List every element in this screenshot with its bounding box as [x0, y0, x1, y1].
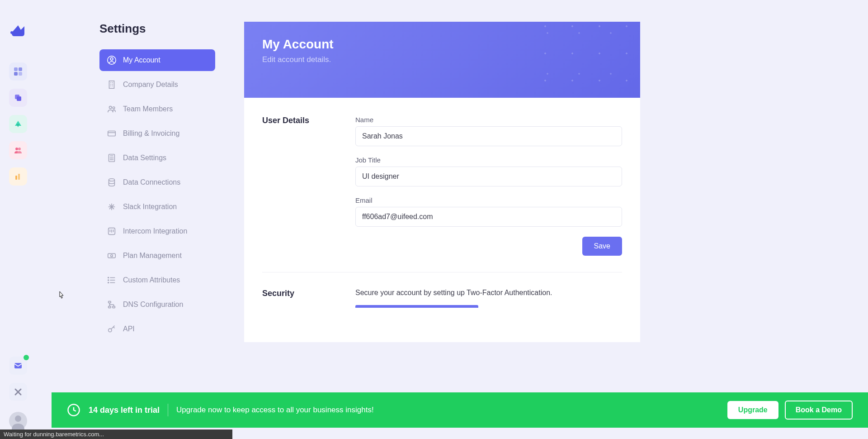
upgrade-button[interactable]: Upgrade — [727, 401, 778, 419]
svg-rect-15 — [109, 81, 114, 89]
sidebar-item-custom-attributes[interactable]: Custom Attributes — [99, 269, 215, 291]
sidebar-item-data-connections[interactable]: Data Connections — [99, 172, 215, 193]
svg-point-32 — [112, 159, 112, 160]
security-description: Secure your account by setting up Two-Fa… — [355, 289, 622, 297]
svg-point-53 — [108, 329, 112, 332]
main-content: My Account Edit account details. User De… — [244, 22, 640, 342]
svg-rect-10 — [18, 174, 20, 180]
sidebar-item-label: DNS Configuration — [123, 301, 183, 309]
sidebar-item-label: API — [123, 325, 135, 333]
svg-rect-1 — [14, 67, 18, 71]
nav-dashboard-icon[interactable] — [9, 62, 27, 81]
nav-people-icon[interactable] — [9, 141, 27, 159]
svg-point-31 — [110, 159, 111, 160]
calculator-icon — [107, 153, 117, 163]
trial-upgrade-text: Upgrade now to keep access to all your b… — [176, 406, 374, 415]
sidebar-item-label: Intercom Integration — [123, 227, 187, 235]
trial-banner: 14 days left in trial Upgrade now to kee… — [52, 392, 868, 428]
svg-point-30 — [113, 158, 113, 158]
user-details-heading: User Details — [262, 116, 355, 256]
sidebar-item-slack[interactable]: Slack Integration — [99, 196, 215, 218]
svg-point-23 — [113, 107, 115, 109]
list-icon — [107, 275, 117, 285]
card-icon — [107, 129, 117, 138]
sidebar-item-label: Plan Management — [123, 252, 182, 260]
user-circle-icon — [107, 55, 117, 65]
sidebar-item-plan-management[interactable]: Plan Management — [99, 245, 215, 267]
svg-rect-24 — [108, 131, 116, 136]
two-factor-button-partial[interactable] — [355, 305, 478, 308]
slack-icon — [107, 202, 117, 212]
svg-point-8 — [18, 148, 21, 150]
settings-sidebar: Settings My Account Company Details Team… — [36, 0, 244, 343]
nav-analytics-icon[interactable] — [9, 115, 27, 133]
svg-point-12 — [15, 415, 21, 422]
svg-rect-2 — [19, 67, 22, 71]
money-icon — [107, 251, 117, 261]
svg-point-33 — [113, 159, 113, 160]
intercom-icon — [107, 226, 117, 236]
svg-point-28 — [110, 158, 111, 158]
key-icon — [107, 324, 117, 334]
svg-point-22 — [109, 106, 112, 109]
page-title: My Account — [262, 37, 622, 52]
settings-title: Settings — [99, 22, 215, 36]
sidebar-item-label: Billing & Invoicing — [123, 129, 179, 138]
sidebar-item-team-members[interactable]: Team Members — [99, 98, 215, 120]
sidebar-item-my-account[interactable]: My Account — [99, 49, 215, 71]
svg-rect-47 — [108, 301, 111, 303]
svg-point-44 — [108, 277, 109, 278]
book-demo-button[interactable]: Book a Demo — [785, 401, 853, 420]
svg-rect-3 — [14, 72, 18, 76]
svg-rect-49 — [113, 306, 115, 308]
page-subtitle: Edit account details. — [262, 55, 622, 64]
email-input[interactable] — [355, 207, 622, 227]
building-icon — [107, 80, 117, 90]
svg-point-29 — [112, 158, 112, 158]
trial-days-text: 14 days left in trial — [89, 406, 160, 415]
sidebar-item-label: My Account — [123, 56, 160, 64]
sidebar-item-company-details[interactable]: Company Details — [99, 74, 215, 95]
clock-icon — [67, 403, 80, 417]
dns-icon — [107, 300, 117, 310]
svg-rect-9 — [15, 176, 17, 180]
nav-inbox-icon[interactable] — [9, 357, 27, 375]
name-input[interactable] — [355, 126, 622, 146]
svg-point-40 — [111, 255, 113, 257]
svg-point-14 — [110, 57, 113, 60]
sidebar-item-billing[interactable]: Billing & Invoicing — [99, 123, 215, 144]
user-avatar[interactable] — [9, 412, 27, 430]
sidebar-item-label: Company Details — [123, 81, 178, 89]
svg-point-45 — [108, 280, 109, 281]
svg-point-46 — [108, 282, 109, 283]
main-header: My Account Edit account details. — [244, 22, 640, 98]
sidebar-item-label: Custom Attributes — [123, 276, 180, 284]
svg-rect-6 — [17, 96, 21, 101]
sidebar-item-data-settings[interactable]: Data Settings — [99, 147, 215, 169]
nav-close-icon[interactable] — [9, 383, 27, 401]
svg-rect-4 — [19, 72, 22, 76]
svg-rect-11 — [14, 363, 22, 368]
sidebar-item-intercom[interactable]: Intercom Integration — [99, 220, 215, 242]
notification-badge — [24, 355, 29, 360]
nav-layers-icon[interactable] — [9, 89, 27, 107]
icon-rail — [0, 0, 36, 439]
svg-point-0 — [10, 31, 13, 34]
database-icon — [107, 177, 117, 187]
job-title-input[interactable] — [355, 167, 622, 186]
svg-rect-48 — [108, 306, 111, 308]
logo-icon[interactable] — [8, 20, 28, 40]
svg-rect-39 — [108, 253, 116, 258]
security-heading: Security — [262, 289, 355, 308]
nav-reports-icon[interactable] — [9, 167, 27, 186]
name-label: Name — [355, 116, 622, 124]
svg-point-7 — [15, 148, 18, 150]
divider — [168, 404, 168, 416]
browser-status-bar: Waiting for dunning.baremetrics.com... — [0, 429, 232, 439]
sidebar-item-label: Data Settings — [123, 154, 166, 162]
svg-point-34 — [109, 179, 115, 181]
sidebar-item-dns[interactable]: DNS Configuration — [99, 294, 215, 315]
sidebar-item-api[interactable]: API — [99, 318, 215, 340]
save-button[interactable]: Save — [582, 237, 622, 256]
sidebar-item-label: Data Connections — [123, 178, 180, 186]
